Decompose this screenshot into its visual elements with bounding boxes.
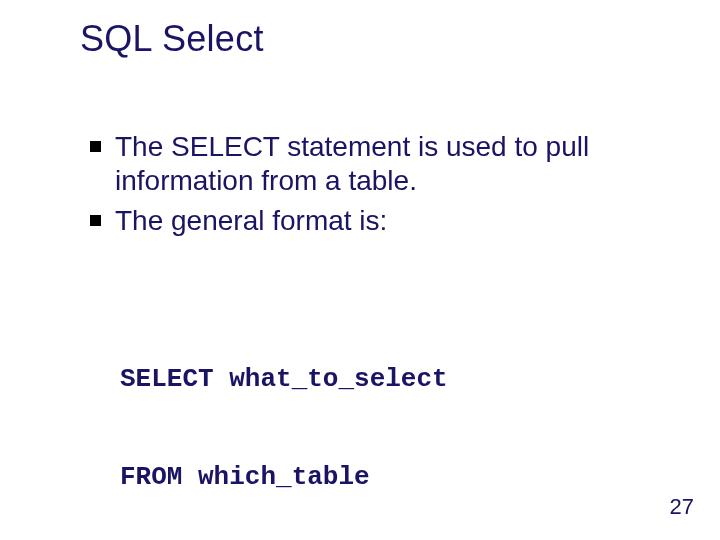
page-number: 27 bbox=[670, 494, 694, 520]
slide-title: SQL Select bbox=[80, 18, 264, 60]
bullet-item: The SELECT statement is used to pull inf… bbox=[90, 130, 670, 198]
code-line: SELECT what_to_select bbox=[120, 363, 670, 396]
square-bullet-icon bbox=[90, 141, 101, 152]
slide-body: The SELECT statement is used to pull inf… bbox=[90, 130, 670, 540]
code-block: SELECT what_to_select FROM which_table W… bbox=[120, 298, 670, 540]
slide: SQL Select The SELECT statement is used … bbox=[0, 0, 720, 540]
bullet-text: The SELECT statement is used to pull inf… bbox=[115, 130, 670, 198]
square-bullet-icon bbox=[90, 215, 101, 226]
code-line: FROM which_table bbox=[120, 461, 670, 494]
bullet-item: The general format is: bbox=[90, 204, 670, 238]
bullet-text: The general format is: bbox=[115, 204, 387, 238]
